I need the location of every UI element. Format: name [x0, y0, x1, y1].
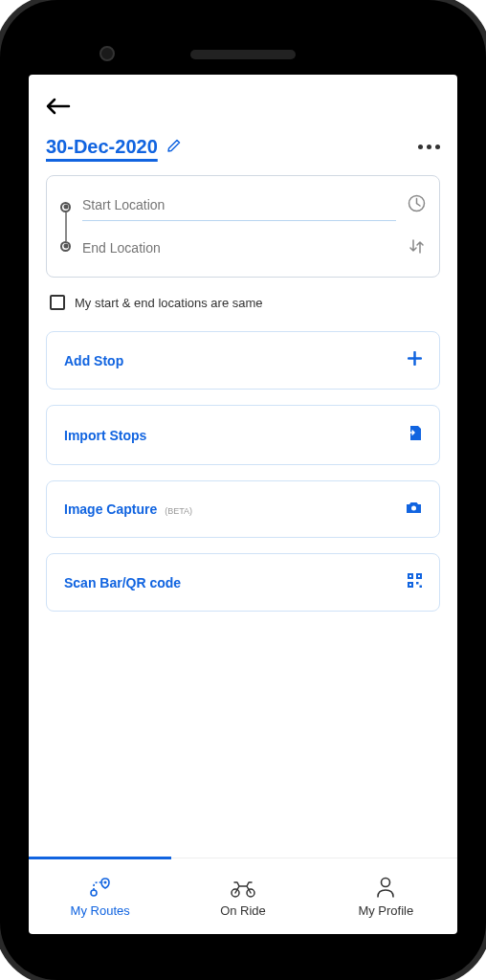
svg-point-1 [411, 506, 416, 511]
tab-my-profile[interactable]: My Profile [315, 858, 457, 934]
svg-rect-6 [420, 586, 423, 589]
route-connector-icon [60, 202, 71, 252]
qr-code-icon [408, 573, 422, 591]
svg-rect-5 [416, 582, 419, 585]
same-location-label: My start & end locations are same [75, 296, 263, 310]
routes-icon [89, 875, 112, 900]
date-label[interactable]: 30-Dec-2020 [46, 136, 158, 158]
tab-on-ride[interactable]: On Ride [171, 858, 314, 934]
swap-icon[interactable] [408, 237, 426, 259]
svg-rect-8 [418, 575, 420, 577]
bottom-tab-bar: My Routes On Ride [29, 858, 457, 934]
app-screen: 30-Dec-2020 [29, 75, 457, 934]
image-capture-label: Image Capture [64, 501, 157, 517]
import-stops-button[interactable]: Import Stops [46, 405, 440, 465]
location-card [46, 175, 440, 278]
svg-rect-7 [409, 575, 411, 577]
profile-icon [376, 875, 395, 900]
svg-point-11 [103, 881, 106, 884]
import-stops-label: Import Stops [64, 428, 146, 443]
beta-badge: (BETA) [165, 506, 192, 516]
plus-icon [408, 351, 422, 369]
import-file-icon [408, 425, 422, 445]
scan-code-button[interactable]: Scan Bar/QR code [46, 553, 440, 612]
more-menu-icon[interactable] [418, 145, 440, 149]
scan-code-label: Scan Bar/QR code [64, 575, 181, 590]
add-stop-label: Add Stop [64, 353, 123, 368]
clock-icon[interactable] [408, 194, 426, 216]
tab-my-profile-label: My Profile [358, 903, 413, 918]
same-location-checkbox[interactable] [50, 295, 65, 310]
tab-on-ride-label: On Ride [220, 903, 266, 918]
edit-date-icon[interactable] [167, 139, 181, 156]
tab-my-routes[interactable]: My Routes [29, 858, 171, 934]
back-button[interactable] [46, 98, 73, 115]
end-location-input[interactable] [82, 233, 396, 263]
svg-point-10 [91, 890, 97, 896]
image-capture-button[interactable]: Image Capture (BETA) [46, 480, 440, 538]
tab-my-routes-label: My Routes [71, 903, 130, 918]
start-location-input[interactable] [82, 189, 396, 221]
ride-icon [230, 875, 256, 900]
add-stop-button[interactable]: Add Stop [46, 331, 440, 390]
camera-icon [406, 501, 422, 518]
svg-point-14 [382, 879, 390, 887]
svg-rect-9 [409, 584, 411, 586]
